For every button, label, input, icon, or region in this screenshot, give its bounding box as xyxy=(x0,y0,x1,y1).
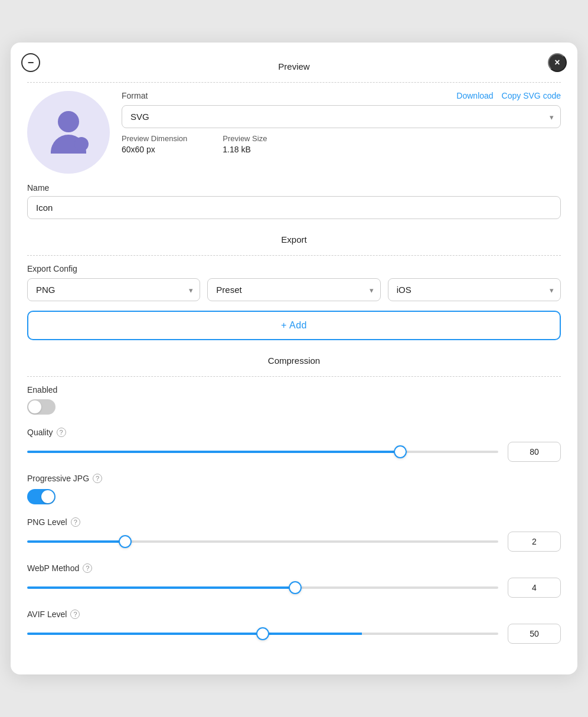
avif-level-label-row: AVIF Level ? xyxy=(27,610,561,619)
progressive-jpg-label: Progressive JPG xyxy=(27,474,89,483)
avif-level-label: AVIF Level xyxy=(27,610,67,619)
png-level-input[interactable] xyxy=(508,532,561,552)
png-level-label: PNG Level xyxy=(27,517,67,527)
export-platform-select[interactable]: iOS Android Web xyxy=(388,278,561,301)
progressive-jpg-toggle-wrapper xyxy=(27,489,561,507)
webp-method-slider[interactable] xyxy=(27,586,498,589)
quality-label: Quality xyxy=(27,428,53,437)
size-value: 1.18 kB xyxy=(223,145,250,154)
png-level-slider-row xyxy=(27,532,561,552)
preview-row: Format Download Copy SVG code SVG PNG JP… xyxy=(27,91,561,174)
export-preset-select[interactable]: Preset Custom xyxy=(207,278,380,301)
preview-info-header: Format Download Copy SVG code xyxy=(122,91,561,100)
minus-icon: − xyxy=(28,57,34,69)
enabled-label: Enabled xyxy=(27,385,561,395)
export-preset-wrapper: Preset Custom ▾ xyxy=(207,278,380,301)
compression-title: Compression xyxy=(27,351,561,374)
progressive-jpg-label-row: Progressive JPG ? xyxy=(27,474,561,483)
avatar-icon xyxy=(51,111,86,154)
avif-level-slider[interactable] xyxy=(27,633,498,635)
preview-dimension-group: Preview Dimension 60x60 px xyxy=(122,134,187,155)
preview-size-group: Preview Size 1.18 kB xyxy=(223,134,267,155)
link-row: Download Copy SVG code xyxy=(456,91,561,100)
avif-level-slider-row xyxy=(27,624,561,644)
quality-input[interactable] xyxy=(508,442,561,462)
enabled-toggle-wrapper xyxy=(27,399,561,417)
name-input[interactable] xyxy=(27,196,561,219)
preview-info: Format Download Copy SVG code SVG PNG JP… xyxy=(122,91,561,155)
format-select-wrapper: SVG PNG JPEG ▾ xyxy=(122,105,561,128)
export-section: Export Export Config PNG SVG JPEG WebP ▾… xyxy=(27,230,561,340)
dimension-label: Preview Dimension xyxy=(122,134,187,143)
name-section: Name xyxy=(27,183,561,219)
enabled-toggle[interactable] xyxy=(27,399,55,415)
webp-method-group: WebP Method ? xyxy=(27,563,561,598)
webp-method-input[interactable] xyxy=(508,578,561,598)
quality-label-row: Quality ? xyxy=(27,428,561,437)
dimension-row: Preview Dimension 60x60 px Preview Size … xyxy=(122,134,561,155)
enabled-toggle-knob xyxy=(28,400,41,413)
export-format-wrapper: PNG SVG JPEG WebP ▾ xyxy=(27,278,200,301)
avif-level-input[interactable] xyxy=(508,624,561,644)
format-select[interactable]: SVG PNG JPEG xyxy=(122,105,561,128)
preview-title: Preview xyxy=(27,57,561,80)
compression-section: Compression Enabled Quality ? Progressiv… xyxy=(27,351,561,644)
dimension-value: 60x60 px xyxy=(122,145,155,154)
format-label: Format xyxy=(122,91,148,100)
export-format-select[interactable]: PNG SVG JPEG WebP xyxy=(27,278,200,301)
avif-level-group: AVIF Level ? xyxy=(27,610,561,644)
preview-section: Preview Format Download Copy SVG co xyxy=(27,57,561,219)
avatar-body xyxy=(51,135,86,154)
avatar xyxy=(27,91,110,174)
quality-slider-row xyxy=(27,442,561,462)
main-panel: − × Preview Format xyxy=(11,43,577,674)
avatar-head xyxy=(58,111,79,132)
png-level-label-row: PNG Level ? xyxy=(27,517,561,527)
progressive-jpg-help-icon: ? xyxy=(93,474,102,483)
avif-level-help-icon: ? xyxy=(70,610,80,619)
minus-button[interactable]: − xyxy=(21,53,40,72)
webp-method-slider-row xyxy=(27,578,561,598)
size-label: Preview Size xyxy=(223,134,267,143)
export-dropdowns: PNG SVG JPEG WebP ▾ Preset Custom ▾ iOS … xyxy=(27,278,561,301)
export-title: Export xyxy=(27,230,561,253)
avatar-head-small xyxy=(74,137,89,151)
compression-divider xyxy=(27,376,561,377)
webp-method-label-row: WebP Method ? xyxy=(27,563,561,573)
preview-divider xyxy=(27,82,561,83)
close-button[interactable]: × xyxy=(548,53,567,72)
png-level-group: PNG Level ? xyxy=(27,517,561,552)
progressive-jpg-toggle-knob xyxy=(41,490,54,503)
progressive-jpg-toggle[interactable] xyxy=(27,489,55,504)
quality-help-icon: ? xyxy=(57,428,66,437)
png-level-slider[interactable] xyxy=(27,540,498,543)
export-config-label: Export Config xyxy=(27,264,561,273)
webp-method-help-icon: ? xyxy=(83,563,92,573)
export-platform-wrapper: iOS Android Web ▾ xyxy=(388,278,561,301)
quality-slider[interactable] xyxy=(27,451,498,453)
export-divider xyxy=(27,255,561,256)
add-button[interactable]: + Add xyxy=(27,311,561,340)
webp-method-label: WebP Method xyxy=(27,563,79,573)
quality-group: Quality ? xyxy=(27,428,561,462)
close-icon: × xyxy=(554,57,560,68)
name-label: Name xyxy=(27,183,561,193)
copy-svg-button[interactable]: Copy SVG code xyxy=(502,91,561,100)
png-level-help-icon: ? xyxy=(71,517,80,527)
download-button[interactable]: Download xyxy=(456,91,493,100)
